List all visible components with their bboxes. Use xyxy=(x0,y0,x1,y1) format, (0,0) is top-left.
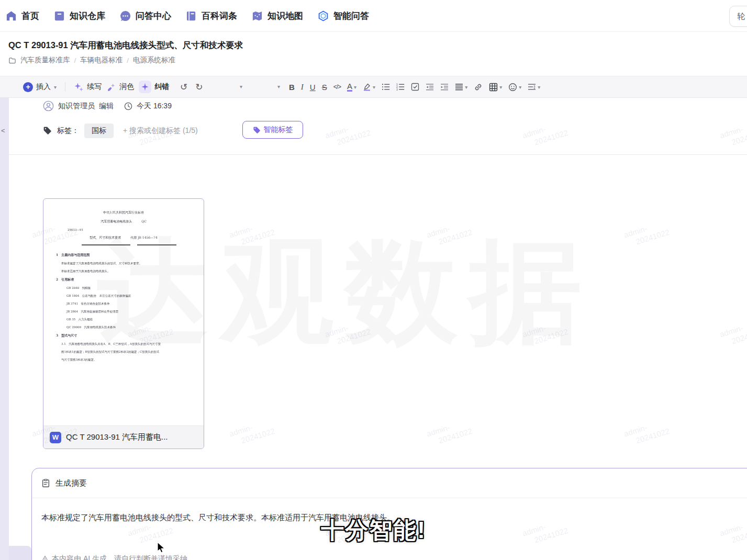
scan-line: 29013—91 xyxy=(68,228,194,231)
nav-item-label: 百科词条 xyxy=(202,10,237,22)
emoji-button[interactable]: ▾ xyxy=(508,83,521,92)
scan-line: GB 35 六方头螺栓 xyxy=(66,318,194,321)
file-name: QC T 29013-91 汽车用蓄电... xyxy=(66,432,168,442)
editor-toolbar: + 插入 ▾ 续写 润色 纠错 ↺ ↻ ▾ ▾ B I U S </> A▾ xyxy=(0,76,747,98)
nav-item-label: 智能问答 xyxy=(333,10,369,22)
bullet-list-button[interactable] xyxy=(382,83,390,91)
emoji-icon xyxy=(508,83,517,92)
scan-line: 3.1 汽车用蓄电池电线接头具有A、B、C三种型式，A型接头的型式与尺寸按 xyxy=(61,342,194,346)
font-color-button[interactable]: A▾ xyxy=(347,82,356,92)
underline-button[interactable]: U xyxy=(310,83,316,92)
nav-item-knowledge-repo[interactable]: 知识仓库 xyxy=(53,10,105,22)
scan-line: JB 3741 有色压铸合金技术条件 xyxy=(66,302,194,306)
watermark-tile: admin-20241022 xyxy=(622,217,671,249)
highlight-button[interactable]: ▾ xyxy=(363,83,375,91)
table-button[interactable]: ▾ xyxy=(489,83,502,92)
tag-row: 标签： 国标 + 搜索或创建标签 (1/5) xyxy=(43,122,198,139)
knowledge-map-icon xyxy=(251,10,263,22)
undo-button[interactable]: ↺ xyxy=(180,82,187,92)
top-nav: 首页 知识仓库 问答中心 百科词条 知识地图 智能问答 轮 xyxy=(0,0,747,32)
ai-qa-icon xyxy=(317,10,329,22)
title-section: QC T 29013-91 汽车用蓄电池电线接头型式、尺寸和技术要求 汽车质量标… xyxy=(0,32,747,76)
author-row: 知识管理员 编辑 今天 16:39 xyxy=(43,100,172,111)
sparkle-icon xyxy=(74,82,84,92)
nav-item-ai-qa[interactable]: 智能问答 xyxy=(317,10,369,22)
insert-button[interactable]: + 插入 ▾ xyxy=(23,82,57,92)
ai-polish-button[interactable]: 润色 xyxy=(106,82,134,92)
code-button[interactable]: </> xyxy=(333,83,341,91)
scan-line: JB 2864 汽车用金属镀层和化学处理层 xyxy=(66,310,194,313)
breadcrumb-item[interactable]: 车辆电器标准 xyxy=(80,55,122,65)
ai-continue-button[interactable]: 续写 xyxy=(74,82,102,92)
encyclopedia-icon xyxy=(185,10,197,22)
watermark-tile: admin-20241022 xyxy=(324,317,372,349)
ai-correct-label: 纠错 xyxy=(154,82,169,92)
tag-icon xyxy=(43,126,52,135)
document-scan-preview: 中华人民共和国汽车行业标准汽车用蓄电池电线接头 QC29013—91型式、尺寸和… xyxy=(43,199,204,427)
link-button[interactable] xyxy=(474,83,483,92)
watermark-tile: admin-20241022 xyxy=(324,118,372,150)
chevron-down-icon: ▾ xyxy=(373,84,375,90)
strikethrough-button[interactable]: S xyxy=(322,83,327,92)
document-card[interactable]: 中华人民共和国汽车行业标准汽车用蓄电池电线接头 QC29013—91型式、尺寸和… xyxy=(43,198,204,449)
indent-button[interactable] xyxy=(440,83,449,91)
redo-button[interactable]: ↻ xyxy=(195,82,203,92)
align-button[interactable]: ▾ xyxy=(455,83,467,91)
outdent-button[interactable] xyxy=(426,83,434,91)
breadcrumb-item[interactable]: 汽车质量标准库 xyxy=(20,55,70,65)
scan-line: 2 引用标准 xyxy=(56,277,194,282)
line-spacing-button[interactable]: ▾ xyxy=(528,83,540,91)
overflow-button[interactable]: 轮 xyxy=(729,6,747,27)
scan-line: 图1和表1的规定；B型接头的型式与尺寸按图2和表2的规定；C型接头的型式 xyxy=(61,350,194,354)
breadcrumb-separator: / xyxy=(127,57,129,64)
watermark-tile: admin-20241022 xyxy=(521,317,569,349)
scan-line: 1 主题内容与适用范围 xyxy=(56,253,194,257)
ai-polish-label: 润色 xyxy=(119,82,134,92)
paragraph-style-dropdown[interactable]: ▾ xyxy=(240,84,242,89)
task-list-button[interactable] xyxy=(411,83,419,91)
nav-item-label: 知识仓库 xyxy=(70,10,105,22)
correct-icon-bg xyxy=(139,81,151,93)
watermark-tile: admin-20241022 xyxy=(622,416,671,448)
smart-tag-icon xyxy=(253,126,261,134)
nav-item-knowledge-map[interactable]: 知识地图 xyxy=(251,10,303,22)
ai-disclaimer-text: 本内容由 AI 生成，请自行判断并谨慎采纳 xyxy=(52,554,187,560)
scan-line: 汽车用蓄电池电线接头 QC xyxy=(53,219,194,224)
summary-panel: 生成摘要 本标准规定了汽车用蓄电池电线接头的型式、尺寸和技术要求。本标准适用于汽… xyxy=(31,468,747,560)
nav-item-label: 问答中心 xyxy=(136,10,171,22)
tag-chip[interactable]: 国标 xyxy=(84,124,114,138)
scan-line: GB 1804 公差与配合 未注公差尺寸的极限偏差 xyxy=(66,294,194,298)
ordered-list-button[interactable]: 123 xyxy=(396,83,405,91)
bold-button[interactable]: B xyxy=(289,83,295,92)
left-panel-strip xyxy=(0,98,9,560)
warning-icon xyxy=(41,555,49,560)
chevron-down-icon: ▾ xyxy=(354,84,356,90)
ai-disclaimer: 本内容由 AI 生成，请自行判断并谨慎采纳 xyxy=(41,554,187,560)
clock-icon xyxy=(124,102,132,110)
summary-icon xyxy=(41,479,50,488)
watermark-tile: admin-20241022 xyxy=(718,317,747,349)
nav-item-qa-center[interactable]: 问答中心 xyxy=(119,10,171,22)
scan-line: 本标准规定了汽车用蓄电池电线接头的型式、尺寸和技术要求。 xyxy=(61,262,194,265)
ai-correct-button[interactable]: 纠错 xyxy=(139,81,169,93)
chevron-down-icon: ▾ xyxy=(499,84,502,90)
highlight-icon xyxy=(363,83,371,91)
insert-label: 插入 xyxy=(36,82,51,92)
nav-item-home[interactable]: 首页 xyxy=(5,10,39,22)
nav-item-label: 知识地图 xyxy=(267,10,303,22)
font-size-dropdown[interactable]: ▾ xyxy=(277,84,280,89)
word-file-icon: W xyxy=(50,432,61,443)
edit-time: 今天 16:39 xyxy=(137,102,172,111)
tag-label: 标签： xyxy=(57,126,79,136)
breadcrumb-item[interactable]: 电源系统标准 xyxy=(133,55,175,65)
smart-tag-button[interactable]: 智能标签 xyxy=(242,121,303,139)
panel-collapse-handle[interactable]: < xyxy=(1,127,5,135)
ai-continue-label: 续写 xyxy=(87,82,102,92)
table-icon xyxy=(489,83,498,92)
nav-item-label: 首页 xyxy=(21,10,39,22)
document-card-footer[interactable]: W QC T 29013-91 汽车用蓄电... xyxy=(43,425,204,449)
tag-add-input[interactable]: + 搜索或创建标签 (1/5) xyxy=(123,126,198,136)
italic-button[interactable]: I xyxy=(301,83,304,92)
nav-item-encyclopedia[interactable]: 百科词条 xyxy=(185,10,237,22)
home-icon xyxy=(5,10,17,22)
